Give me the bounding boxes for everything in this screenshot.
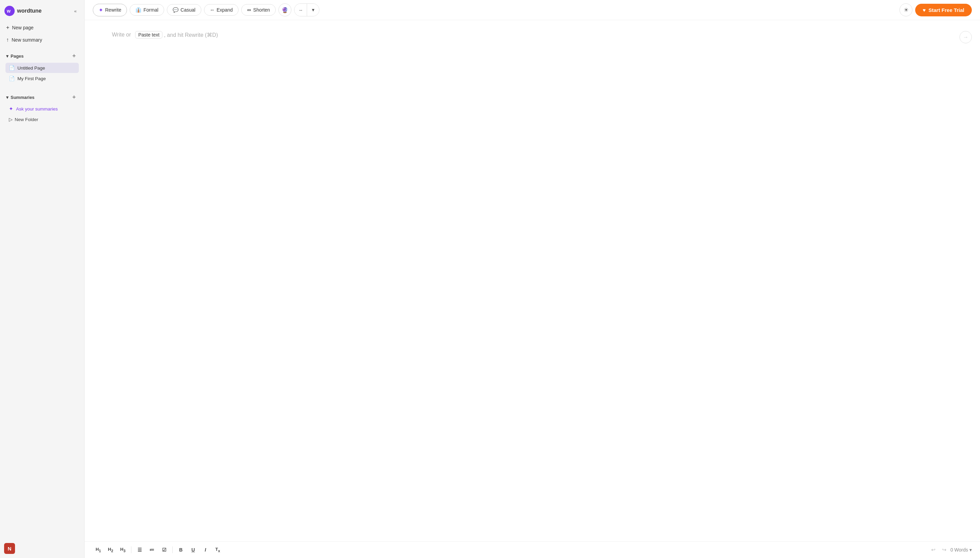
- emoji-button[interactable]: 🔮: [278, 3, 291, 16]
- format-divider-2: [172, 547, 173, 553]
- word-count[interactable]: 0 Words ▾: [950, 547, 972, 553]
- my-first-page-label: My First Page: [17, 76, 46, 81]
- main-content: ✦ Rewrite 👔 Formal 💬 Casual ↔ Expand ⇔ S…: [85, 0, 980, 558]
- shorten-button[interactable]: ⇔ Shorten: [241, 4, 276, 16]
- h2-icon: H2: [108, 547, 113, 553]
- casual-icon: 💬: [173, 7, 178, 13]
- sidebar: w wordtune « + New page ↑ New summary ▾ …: [0, 0, 85, 558]
- ordered-list-button[interactable]: ≔: [146, 544, 157, 555]
- clear-format-button[interactable]: Tx: [212, 544, 223, 555]
- sun-icon: ☀: [904, 7, 909, 14]
- editor-area: Write or Paste text , and hit Rewrite (⌘…: [85, 20, 980, 541]
- summaries-chevron-icon: ▾: [6, 95, 8, 100]
- add-summary-button[interactable]: +: [70, 93, 78, 101]
- editor-placeholder: Write or Paste text , and hit Rewrite (⌘…: [112, 31, 953, 39]
- svg-text:w: w: [7, 8, 11, 14]
- heart-icon: ♥: [922, 7, 926, 13]
- ol-icon: ≔: [150, 547, 154, 553]
- redo-button[interactable]: ↪: [939, 545, 949, 555]
- editor-content[interactable]: Write or Paste text , and hit Rewrite (⌘…: [85, 20, 980, 541]
- clear-format-icon: Tx: [215, 547, 220, 553]
- light-mode-button[interactable]: ☀: [899, 3, 913, 16]
- italic-button[interactable]: I: [200, 544, 211, 555]
- page-icon-2: 📄: [9, 76, 15, 81]
- arrow-icon: ↔: [299, 8, 303, 13]
- h3-button[interactable]: H3: [117, 544, 128, 555]
- ul-icon: ☰: [138, 547, 142, 553]
- pages-list: 📄 Untitled Page 📄 My First Page: [3, 62, 82, 84]
- pages-section-header[interactable]: ▾ Pages +: [3, 50, 82, 62]
- word-count-label: 0 Words: [950, 547, 968, 553]
- top-toolbar: ✦ Rewrite 👔 Formal 💬 Casual ↔ Expand ⇔ S…: [85, 0, 980, 20]
- sidebar-header: w wordtune «: [0, 0, 84, 20]
- redo-icon: ↪: [942, 547, 947, 553]
- ask-summaries-sparkle-icon: ✦: [9, 106, 13, 112]
- word-count-chevron-icon: ▾: [969, 547, 972, 553]
- h2-button[interactable]: H2: [105, 544, 116, 555]
- h1-button[interactable]: H1: [93, 544, 104, 555]
- sidebar-actions: + New page ↑ New summary: [0, 20, 84, 47]
- unordered-list-button[interactable]: ☰: [134, 544, 145, 555]
- undo-button[interactable]: ↩: [929, 545, 938, 555]
- untitled-page-label: Untitled Page: [17, 66, 45, 71]
- h1-icon: H1: [95, 547, 101, 553]
- wordtune-logo-icon: w: [4, 5, 15, 16]
- chevron-down-icon: ▾: [312, 7, 315, 13]
- emoji-icon: 🔮: [281, 7, 288, 13]
- underline-button[interactable]: U: [187, 544, 199, 555]
- format-divider-1: [131, 547, 132, 553]
- pages-section-title: ▾ Pages: [6, 54, 23, 59]
- send-icon: →: [963, 34, 968, 40]
- new-summary-button[interactable]: ↑ New summary: [3, 34, 82, 46]
- rewrite-button[interactable]: ✦ Rewrite: [93, 4, 127, 16]
- checklist-button[interactable]: ☑: [159, 544, 169, 555]
- h3-icon: H3: [120, 547, 125, 553]
- chevron-down-button[interactable]: ▾: [307, 4, 319, 16]
- underline-icon: U: [191, 547, 195, 553]
- bold-icon: B: [179, 547, 183, 553]
- formal-icon: 👔: [135, 7, 141, 13]
- add-page-button[interactable]: +: [70, 52, 78, 60]
- page-icon: 📄: [9, 65, 15, 71]
- send-button[interactable]: →: [960, 31, 972, 43]
- expand-icon: ↔: [210, 7, 215, 13]
- casual-button[interactable]: 💬 Casual: [167, 4, 201, 16]
- ask-summaries-button[interactable]: ✦ Ask your summaries: [3, 103, 82, 114]
- summaries-section-header[interactable]: ▾ Summaries +: [3, 91, 82, 103]
- pages-chevron-icon: ▾: [6, 54, 8, 59]
- shorten-icon: ⇔: [247, 7, 251, 13]
- user-avatar[interactable]: N: [4, 543, 15, 554]
- arrow-group: ↔ ▾: [294, 3, 319, 16]
- sidebar-item-my-first-page[interactable]: 📄 My First Page: [5, 73, 79, 84]
- new-summary-icon: ↑: [6, 37, 9, 43]
- collapse-sidebar-button[interactable]: «: [71, 6, 80, 16]
- sidebar-bottom: N: [0, 539, 84, 558]
- bottom-right-controls: ↩ ↪ 0 Words ▾: [929, 545, 972, 555]
- new-folder-chevron-icon: ▷: [9, 117, 13, 122]
- italic-icon: I: [205, 547, 206, 553]
- logo[interactable]: w wordtune: [4, 5, 42, 16]
- undo-icon: ↩: [931, 547, 936, 553]
- sidebar-item-untitled-page[interactable]: 📄 Untitled Page: [5, 63, 79, 73]
- new-folder-button[interactable]: ▷ New Folder: [3, 114, 82, 125]
- summaries-section-title: ▾ Summaries: [6, 95, 35, 100]
- logo-text: wordtune: [17, 8, 42, 14]
- collapse-icon: «: [74, 8, 76, 14]
- start-trial-button[interactable]: ♥ Start Free Trial: [915, 4, 972, 16]
- arrow-button[interactable]: ↔: [294, 4, 307, 16]
- bold-button[interactable]: B: [175, 544, 186, 555]
- paste-text-button[interactable]: Paste text: [135, 31, 163, 39]
- new-page-icon: +: [6, 25, 9, 31]
- expand-button[interactable]: ↔ Expand: [204, 4, 238, 16]
- pages-section: ▾ Pages + 📄 Untitled Page 📄 My First Pag…: [0, 47, 84, 85]
- rewrite-sparkle-icon: ✦: [99, 7, 103, 13]
- new-page-button[interactable]: + New page: [3, 22, 82, 33]
- formal-button[interactable]: 👔 Formal: [130, 4, 164, 16]
- bottom-toolbar: H1 H2 H3 ☰ ≔ ☑ B U I Tx: [85, 541, 980, 558]
- summaries-section: ▾ Summaries + ✦ Ask your summaries ▷ New…: [0, 89, 84, 126]
- check-icon: ☑: [162, 547, 166, 553]
